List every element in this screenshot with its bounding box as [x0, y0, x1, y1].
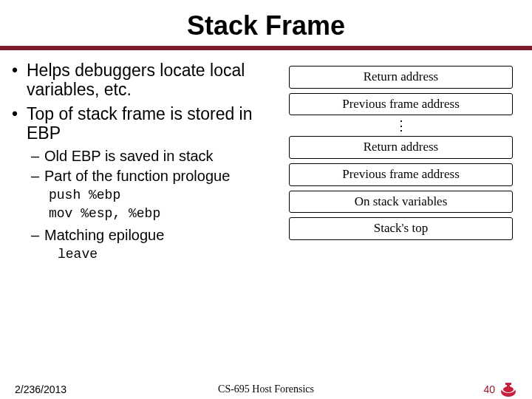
code-line: leave — [58, 247, 277, 263]
stack-cell: Stack's top — [289, 217, 513, 240]
footer: 2/236/2013 CS-695 Host Forensics 40 — [0, 381, 532, 398]
content-area: Helps debuggers locate local variables, … — [0, 61, 532, 267]
page-title: Stack Frame — [0, 10, 532, 41]
bullet-item: Top of stack frame is stored in EBP Old … — [27, 104, 277, 263]
stack-cell: Previous frame address — [289, 163, 513, 186]
stack-cell: On stack variables — [289, 191, 513, 214]
bullet-list: Helps debuggers locate local variables, … — [27, 61, 277, 263]
footer-course: CS-695 Host Forensics — [0, 383, 532, 395]
page-number: 40 — [483, 383, 495, 395]
stack-cell: Previous frame address — [289, 93, 513, 116]
bullet-text: Top of stack frame is stored in EBP — [27, 104, 253, 143]
footer-right: 40 — [483, 381, 517, 398]
sub-bullet-item: Old EBP is saved in stack — [44, 148, 277, 165]
stack-diagram: Return address Previous frame address ⋮ … — [280, 61, 522, 267]
slide: Stack Frame Helps debuggers locate local… — [0, 10, 532, 399]
sub-bullet-text: Matching epilogue — [44, 227, 164, 243]
sub-bullet-list: Old EBP is saved in stack Part of the fu… — [44, 148, 277, 185]
sub-bullet-item: Matching epilogue leave — [44, 227, 277, 263]
vertical-dots: ⋮ — [280, 119, 522, 132]
bullet-column: Helps debuggers locate local variables, … — [10, 61, 280, 267]
stack-cell: Return address — [289, 136, 513, 159]
sub-bullet-item: Part of the function prologue — [44, 168, 277, 185]
logo-icon — [499, 381, 517, 398]
svg-rect-4 — [505, 383, 511, 385]
sub-bullet-list: Matching epilogue leave — [44, 227, 277, 263]
bullet-item: Helps debuggers locate local variables, … — [27, 61, 277, 100]
code-line: mov %esp, %ebp — [49, 206, 277, 222]
title-rule — [0, 46, 532, 50]
stack-cell: Return address — [289, 66, 513, 89]
code-line: push %ebp — [49, 188, 277, 204]
